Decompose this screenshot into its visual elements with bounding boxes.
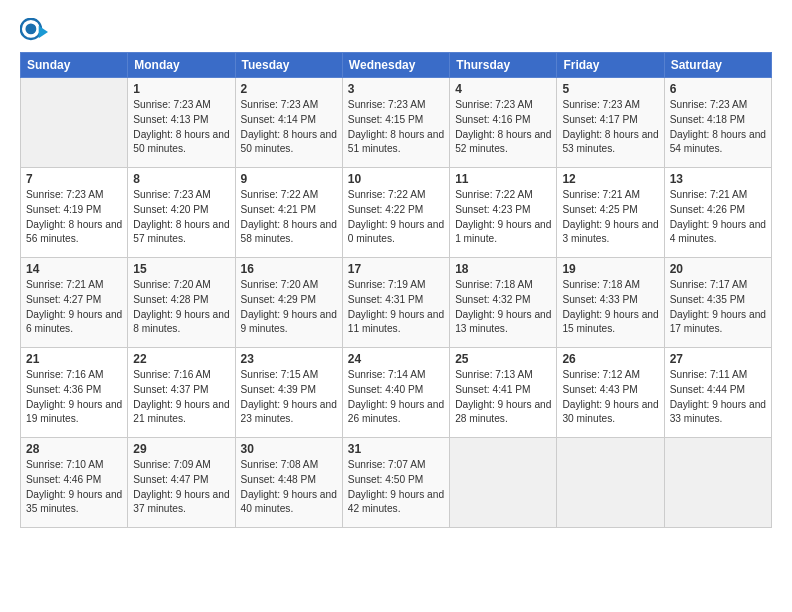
day-number: 4 <box>455 82 551 96</box>
day-detail: Sunrise: 7:18 AMSunset: 4:32 PMDaylight:… <box>455 278 551 337</box>
day-number: 27 <box>670 352 766 366</box>
day-cell: 28Sunrise: 7:10 AMSunset: 4:46 PMDayligh… <box>21 438 128 528</box>
day-number: 16 <box>241 262 337 276</box>
day-detail: Sunrise: 7:09 AMSunset: 4:47 PMDaylight:… <box>133 458 229 517</box>
day-number: 10 <box>348 172 444 186</box>
day-cell: 25Sunrise: 7:13 AMSunset: 4:41 PMDayligh… <box>450 348 557 438</box>
day-cell: 17Sunrise: 7:19 AMSunset: 4:31 PMDayligh… <box>342 258 449 348</box>
day-number: 6 <box>670 82 766 96</box>
day-number: 13 <box>670 172 766 186</box>
day-cell <box>557 438 664 528</box>
day-number: 17 <box>348 262 444 276</box>
day-detail: Sunrise: 7:21 AMSunset: 4:27 PMDaylight:… <box>26 278 122 337</box>
day-cell: 24Sunrise: 7:14 AMSunset: 4:40 PMDayligh… <box>342 348 449 438</box>
day-cell: 20Sunrise: 7:17 AMSunset: 4:35 PMDayligh… <box>664 258 771 348</box>
day-header-thursday: Thursday <box>450 53 557 78</box>
day-cell: 11Sunrise: 7:22 AMSunset: 4:23 PMDayligh… <box>450 168 557 258</box>
day-detail: Sunrise: 7:23 AMSunset: 4:19 PMDaylight:… <box>26 188 122 247</box>
week-row-1: 1Sunrise: 7:23 AMSunset: 4:13 PMDaylight… <box>21 78 772 168</box>
day-number: 15 <box>133 262 229 276</box>
day-detail: Sunrise: 7:12 AMSunset: 4:43 PMDaylight:… <box>562 368 658 427</box>
day-cell: 3Sunrise: 7:23 AMSunset: 4:15 PMDaylight… <box>342 78 449 168</box>
day-detail: Sunrise: 7:17 AMSunset: 4:35 PMDaylight:… <box>670 278 766 337</box>
day-detail: Sunrise: 7:23 AMSunset: 4:15 PMDaylight:… <box>348 98 444 157</box>
day-detail: Sunrise: 7:20 AMSunset: 4:28 PMDaylight:… <box>133 278 229 337</box>
day-number: 29 <box>133 442 229 456</box>
day-cell: 5Sunrise: 7:23 AMSunset: 4:17 PMDaylight… <box>557 78 664 168</box>
day-cell: 13Sunrise: 7:21 AMSunset: 4:26 PMDayligh… <box>664 168 771 258</box>
week-row-2: 7Sunrise: 7:23 AMSunset: 4:19 PMDaylight… <box>21 168 772 258</box>
day-cell: 16Sunrise: 7:20 AMSunset: 4:29 PMDayligh… <box>235 258 342 348</box>
day-number: 23 <box>241 352 337 366</box>
day-detail: Sunrise: 7:23 AMSunset: 4:14 PMDaylight:… <box>241 98 337 157</box>
day-cell: 12Sunrise: 7:21 AMSunset: 4:25 PMDayligh… <box>557 168 664 258</box>
svg-point-1 <box>25 23 36 34</box>
header <box>20 18 772 46</box>
day-header-monday: Monday <box>128 53 235 78</box>
day-detail: Sunrise: 7:20 AMSunset: 4:29 PMDaylight:… <box>241 278 337 337</box>
day-number: 26 <box>562 352 658 366</box>
day-cell: 29Sunrise: 7:09 AMSunset: 4:47 PMDayligh… <box>128 438 235 528</box>
day-number: 20 <box>670 262 766 276</box>
day-number: 5 <box>562 82 658 96</box>
day-detail: Sunrise: 7:15 AMSunset: 4:39 PMDaylight:… <box>241 368 337 427</box>
day-detail: Sunrise: 7:23 AMSunset: 4:20 PMDaylight:… <box>133 188 229 247</box>
day-number: 31 <box>348 442 444 456</box>
day-detail: Sunrise: 7:16 AMSunset: 4:36 PMDaylight:… <box>26 368 122 427</box>
day-detail: Sunrise: 7:22 AMSunset: 4:22 PMDaylight:… <box>348 188 444 247</box>
day-cell: 21Sunrise: 7:16 AMSunset: 4:36 PMDayligh… <box>21 348 128 438</box>
calendar-table: SundayMondayTuesdayWednesdayThursdayFrid… <box>20 52 772 528</box>
day-detail: Sunrise: 7:22 AMSunset: 4:23 PMDaylight:… <box>455 188 551 247</box>
day-cell: 8Sunrise: 7:23 AMSunset: 4:20 PMDaylight… <box>128 168 235 258</box>
day-cell <box>450 438 557 528</box>
logo-icon <box>20 18 48 46</box>
day-number: 14 <box>26 262 122 276</box>
day-cell: 7Sunrise: 7:23 AMSunset: 4:19 PMDaylight… <box>21 168 128 258</box>
day-detail: Sunrise: 7:23 AMSunset: 4:17 PMDaylight:… <box>562 98 658 157</box>
day-cell: 9Sunrise: 7:22 AMSunset: 4:21 PMDaylight… <box>235 168 342 258</box>
day-number: 11 <box>455 172 551 186</box>
day-number: 19 <box>562 262 658 276</box>
day-number: 7 <box>26 172 122 186</box>
day-cell: 1Sunrise: 7:23 AMSunset: 4:13 PMDaylight… <box>128 78 235 168</box>
day-header-friday: Friday <box>557 53 664 78</box>
week-row-4: 21Sunrise: 7:16 AMSunset: 4:36 PMDayligh… <box>21 348 772 438</box>
day-cell <box>664 438 771 528</box>
day-cell: 19Sunrise: 7:18 AMSunset: 4:33 PMDayligh… <box>557 258 664 348</box>
day-cell: 6Sunrise: 7:23 AMSunset: 4:18 PMDaylight… <box>664 78 771 168</box>
day-number: 24 <box>348 352 444 366</box>
day-detail: Sunrise: 7:16 AMSunset: 4:37 PMDaylight:… <box>133 368 229 427</box>
day-detail: Sunrise: 7:08 AMSunset: 4:48 PMDaylight:… <box>241 458 337 517</box>
day-number: 28 <box>26 442 122 456</box>
day-detail: Sunrise: 7:23 AMSunset: 4:18 PMDaylight:… <box>670 98 766 157</box>
day-header-saturday: Saturday <box>664 53 771 78</box>
logo <box>20 18 52 46</box>
svg-marker-2 <box>39 26 48 38</box>
day-detail: Sunrise: 7:23 AMSunset: 4:16 PMDaylight:… <box>455 98 551 157</box>
day-number: 30 <box>241 442 337 456</box>
day-header-sunday: Sunday <box>21 53 128 78</box>
day-detail: Sunrise: 7:11 AMSunset: 4:44 PMDaylight:… <box>670 368 766 427</box>
day-detail: Sunrise: 7:22 AMSunset: 4:21 PMDaylight:… <box>241 188 337 247</box>
day-cell: 30Sunrise: 7:08 AMSunset: 4:48 PMDayligh… <box>235 438 342 528</box>
day-cell: 23Sunrise: 7:15 AMSunset: 4:39 PMDayligh… <box>235 348 342 438</box>
day-cell: 26Sunrise: 7:12 AMSunset: 4:43 PMDayligh… <box>557 348 664 438</box>
day-cell: 4Sunrise: 7:23 AMSunset: 4:16 PMDaylight… <box>450 78 557 168</box>
day-number: 9 <box>241 172 337 186</box>
day-detail: Sunrise: 7:14 AMSunset: 4:40 PMDaylight:… <box>348 368 444 427</box>
day-number: 8 <box>133 172 229 186</box>
day-cell: 31Sunrise: 7:07 AMSunset: 4:50 PMDayligh… <box>342 438 449 528</box>
day-cell: 14Sunrise: 7:21 AMSunset: 4:27 PMDayligh… <box>21 258 128 348</box>
day-detail: Sunrise: 7:18 AMSunset: 4:33 PMDaylight:… <box>562 278 658 337</box>
day-number: 1 <box>133 82 229 96</box>
day-cell: 15Sunrise: 7:20 AMSunset: 4:28 PMDayligh… <box>128 258 235 348</box>
day-detail: Sunrise: 7:23 AMSunset: 4:13 PMDaylight:… <box>133 98 229 157</box>
day-number: 2 <box>241 82 337 96</box>
week-row-3: 14Sunrise: 7:21 AMSunset: 4:27 PMDayligh… <box>21 258 772 348</box>
day-cell: 18Sunrise: 7:18 AMSunset: 4:32 PMDayligh… <box>450 258 557 348</box>
header-row: SundayMondayTuesdayWednesdayThursdayFrid… <box>21 53 772 78</box>
day-cell: 10Sunrise: 7:22 AMSunset: 4:22 PMDayligh… <box>342 168 449 258</box>
day-detail: Sunrise: 7:21 AMSunset: 4:25 PMDaylight:… <box>562 188 658 247</box>
day-header-tuesday: Tuesday <box>235 53 342 78</box>
day-number: 18 <box>455 262 551 276</box>
